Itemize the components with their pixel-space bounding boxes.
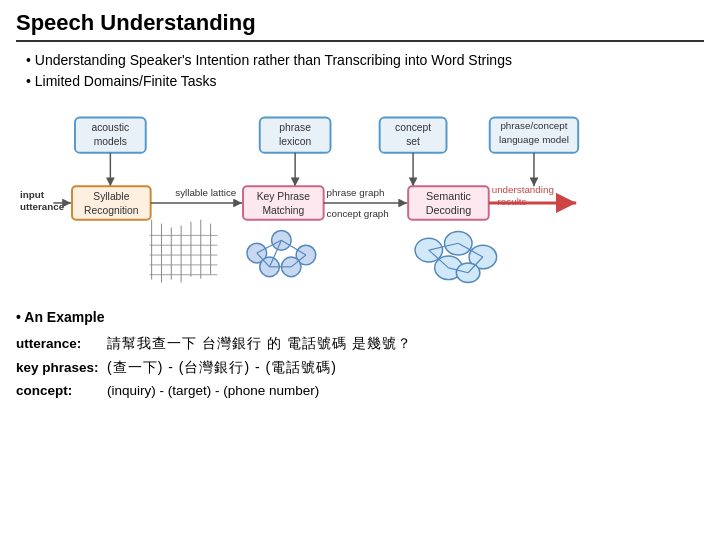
page-title: Speech Understanding — [16, 10, 704, 42]
utterance-label: utterance: — [16, 333, 101, 356]
svg-text:syllable lattice: syllable lattice — [175, 187, 237, 198]
key-phrases-row: key phrases: (查一下) - (台灣銀行) - (電話號碼) — [16, 356, 704, 380]
svg-text:concept graph: concept graph — [327, 208, 389, 219]
svg-text:Decoding: Decoding — [426, 204, 472, 216]
svg-text:lexicon: lexicon — [279, 136, 311, 147]
svg-text:language model: language model — [499, 134, 569, 145]
bullet-2: • Limited Domains/Finite Tasks — [26, 71, 704, 92]
svg-text:set: set — [406, 136, 420, 147]
svg-text:phrase: phrase — [279, 122, 311, 133]
svg-text:results: results — [498, 196, 527, 207]
utterance-text: 請幫我查一下 台灣銀行 的 電話號碼 是幾號？ — [107, 332, 412, 356]
concept-row: concept: (inquiry) - (target) - (phone n… — [16, 380, 704, 403]
diagram-area: acoustic models phrase lexicon concept s… — [16, 106, 704, 296]
page-container: Speech Understanding • Understanding Spe… — [0, 0, 720, 540]
svg-text:concept: concept — [395, 122, 431, 133]
bullet-points: • Understanding Speaker's Intention rath… — [16, 50, 704, 92]
svg-text:understanding: understanding — [492, 184, 554, 195]
concept-text: (inquiry) - (target) - (phone number) — [107, 380, 319, 403]
svg-text:input: input — [20, 189, 45, 200]
svg-text:Syllable: Syllable — [93, 191, 129, 202]
utterance-row: utterance: 請幫我查一下 台灣銀行 的 電話號碼 是幾號？ — [16, 332, 704, 356]
concept-label: concept: — [16, 380, 101, 403]
svg-text:acoustic: acoustic — [91, 122, 129, 133]
example-section: • An Example utterance: 請幫我查一下 台灣銀行 的 電話… — [16, 306, 704, 403]
svg-text:phrase graph: phrase graph — [327, 187, 385, 198]
bullet-1: • Understanding Speaker's Intention rath… — [26, 50, 704, 71]
key-phrases-text: (查一下) - (台灣銀行) - (電話號碼) — [107, 356, 337, 380]
diagram-svg: acoustic models phrase lexicon concept s… — [16, 106, 704, 296]
example-title: • An Example — [16, 306, 704, 330]
svg-point-50 — [445, 231, 473, 255]
svg-text:Key Phrase: Key Phrase — [257, 191, 311, 202]
svg-text:models: models — [94, 136, 127, 147]
svg-text:Matching: Matching — [262, 205, 304, 216]
svg-text:phrase/concept: phrase/concept — [500, 120, 567, 131]
svg-text:Recognition: Recognition — [84, 205, 139, 216]
key-phrases-label: key phrases: — [16, 357, 101, 380]
svg-text:Semantic: Semantic — [426, 190, 472, 202]
